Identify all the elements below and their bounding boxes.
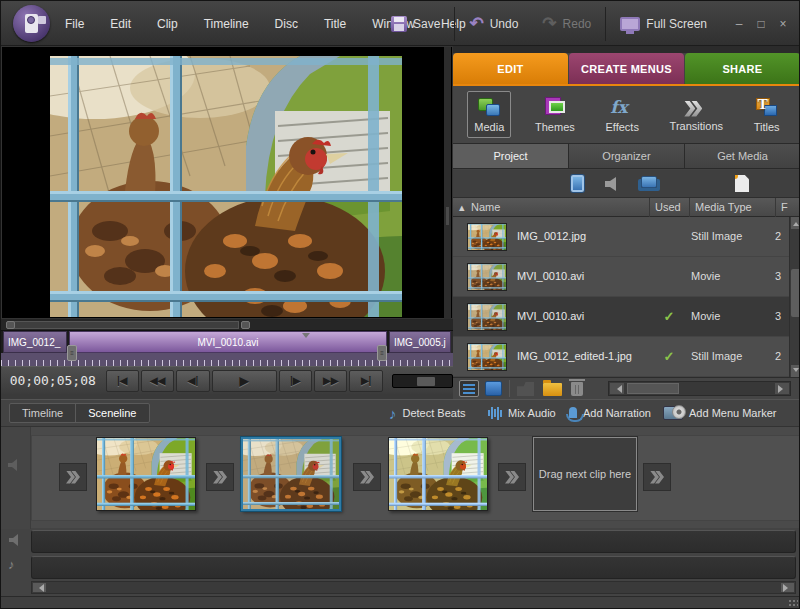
mode-effects[interactable]: fx Effects: [598, 91, 645, 138]
filter-stills-icon[interactable]: [641, 176, 657, 188]
undo-button[interactable]: ↶ Undo: [457, 1, 530, 46]
sceneline-view-button[interactable]: Sceneline: [76, 404, 148, 422]
new-item-icon[interactable]: [735, 175, 749, 192]
full-screen-label: Full Screen: [646, 17, 707, 31]
clip-img-0012[interactable]: IMG_0012_: [3, 331, 67, 353]
transition-slot[interactable]: [498, 463, 526, 491]
video-preview[interactable]: [1, 46, 453, 319]
tab-create-menus[interactable]: CREATE MENUS: [569, 53, 684, 84]
column-media-type[interactable]: Media Type: [695, 201, 752, 213]
trim-out-handle[interactable]: ≡: [377, 345, 387, 361]
scroll-right-button[interactable]: [781, 583, 794, 592]
detect-beats-button[interactable]: ♪ Detect Beats: [389, 400, 465, 426]
timeline-marker[interactable]: [298, 331, 312, 332]
menu-edit[interactable]: Edit: [110, 17, 131, 31]
add-narration-button[interactable]: Add Narration: [569, 400, 651, 426]
scroll-left-button[interactable]: [33, 583, 46, 592]
rewind-button[interactable]: ◀◀: [141, 370, 174, 392]
subtab-get-media[interactable]: Get Media: [685, 144, 800, 168]
timeline-horizontal-scrollbar[interactable]: [31, 581, 796, 594]
scene-clip-3[interactable]: [388, 437, 488, 511]
redo-button[interactable]: ↷ Redo: [530, 1, 603, 46]
shuttle-slider[interactable]: [392, 374, 453, 388]
subtab-organizer[interactable]: Organizer: [569, 144, 685, 168]
mode-themes[interactable]: Themes: [528, 91, 582, 138]
mode-transitions[interactable]: Transitions: [663, 93, 730, 137]
menu-title[interactable]: Title: [324, 17, 346, 31]
drop-next-clip-target[interactable]: Drag next clip here: [533, 437, 637, 511]
media-frame: 3: [775, 310, 781, 322]
menu-file[interactable]: File: [65, 17, 84, 31]
sort-indicator: ▴: [459, 201, 465, 214]
menu-timeline[interactable]: Timeline: [204, 17, 249, 31]
mini-scrollbar-thumb[interactable]: [13, 321, 239, 329]
panel-splitter[interactable]: [444, 47, 451, 320]
clip-img-0005[interactable]: IMG_0005.j: [389, 331, 451, 353]
mix-audio-button[interactable]: Mix Audio: [488, 400, 556, 426]
full-screen-button[interactable]: Full Screen: [608, 1, 719, 46]
shuttle-thumb[interactable]: [417, 377, 435, 386]
new-folder-button[interactable]: [543, 383, 562, 396]
save-button[interactable]: Save: [379, 1, 452, 46]
video-track-audio-icon[interactable]: [8, 459, 24, 471]
menu-clip[interactable]: Clip: [157, 17, 178, 31]
filter-audio-icon[interactable]: [605, 177, 623, 191]
scroll-left-button[interactable]: [610, 383, 624, 394]
transition-slot[interactable]: [59, 463, 87, 491]
scene-clip-1[interactable]: [96, 437, 196, 511]
icon-view-button[interactable]: [485, 381, 502, 396]
app-logo-icon: [13, 5, 50, 42]
scene-clip-2-selected[interactable]: [241, 437, 341, 511]
transition-slot[interactable]: [206, 463, 234, 491]
scroll-down-button[interactable]: [791, 365, 800, 377]
scroll-up-button[interactable]: [791, 217, 800, 229]
media-row-mvi-0010[interactable]: MVI_0010.avi Movie 3: [453, 257, 789, 297]
music-track-icon[interactable]: ♪: [8, 557, 26, 572]
work-area-end-marker[interactable]: [241, 321, 250, 329]
media-row-img-0012-edited[interactable]: IMG_0012_edited-1.jpg ✓ Still Image 2: [453, 337, 789, 377]
music-track-row[interactable]: [31, 556, 796, 579]
trim-in-handle[interactable]: ≡: [67, 345, 77, 361]
close-button[interactable]: ×: [777, 17, 789, 31]
soundtrack-icon[interactable]: [8, 534, 26, 546]
mini-timeline-scrollbar[interactable]: [1, 319, 453, 331]
mode-media[interactable]: Media: [467, 91, 511, 138]
minimize-button[interactable]: –: [733, 17, 745, 31]
list-horizontal-scrollbar[interactable]: [608, 381, 791, 396]
column-name[interactable]: Name: [471, 201, 500, 213]
delete-button[interactable]: [571, 382, 583, 396]
subtab-project[interactable]: Project: [453, 144, 569, 168]
menu-disc[interactable]: Disc: [275, 17, 298, 31]
media-row-mvi-0010-selected[interactable]: MVI_0010.avi ✓ Movie 3: [453, 297, 789, 337]
go-to-next-edit-button[interactable]: ▶|: [349, 370, 382, 392]
timeline-view-button[interactable]: Timeline: [10, 404, 75, 422]
work-area-start-marker[interactable]: [6, 321, 15, 329]
media-list-scrollbar[interactable]: [789, 217, 800, 377]
column-frame[interactable]: F: [781, 201, 788, 213]
mode-titles[interactable]: T Titles: [747, 91, 787, 138]
media-row-img-0012[interactable]: IMG_0012.jpg Still Image 2: [453, 217, 789, 257]
filter-video-icon[interactable]: [571, 175, 584, 192]
undo-icon: ↶: [469, 15, 483, 32]
play-button[interactable]: ▶: [212, 370, 277, 392]
tab-edit[interactable]: EDIT: [453, 53, 568, 84]
step-back-button[interactable]: ◀|: [176, 370, 209, 392]
resize-grip[interactable]: [788, 599, 798, 609]
scroll-right-button[interactable]: [775, 383, 789, 394]
scrollbar-thumb[interactable]: [791, 269, 800, 317]
scrollbar-thumb[interactable]: [627, 383, 679, 394]
tab-share[interactable]: SHARE: [685, 53, 800, 84]
go-to-previous-edit-button[interactable]: |◀: [106, 370, 139, 392]
step-forward-button[interactable]: |▶: [279, 370, 312, 392]
transition-slot[interactable]: [643, 463, 671, 491]
column-used[interactable]: Used: [655, 201, 681, 213]
soundtrack-row[interactable]: [31, 530, 796, 553]
list-view-button[interactable]: [459, 380, 479, 397]
transition-slot[interactable]: [353, 463, 381, 491]
maximize-button[interactable]: □: [755, 17, 767, 31]
fast-forward-button[interactable]: ▶▶: [314, 370, 347, 392]
clip-mvi-0010[interactable]: MVI_0010.avi: [69, 331, 387, 353]
add-menu-marker-button[interactable]: Add Menu Marker: [663, 400, 776, 426]
media-thumbnail: [467, 223, 507, 251]
timecode-display[interactable]: 00;00;05;08: [1, 373, 105, 388]
